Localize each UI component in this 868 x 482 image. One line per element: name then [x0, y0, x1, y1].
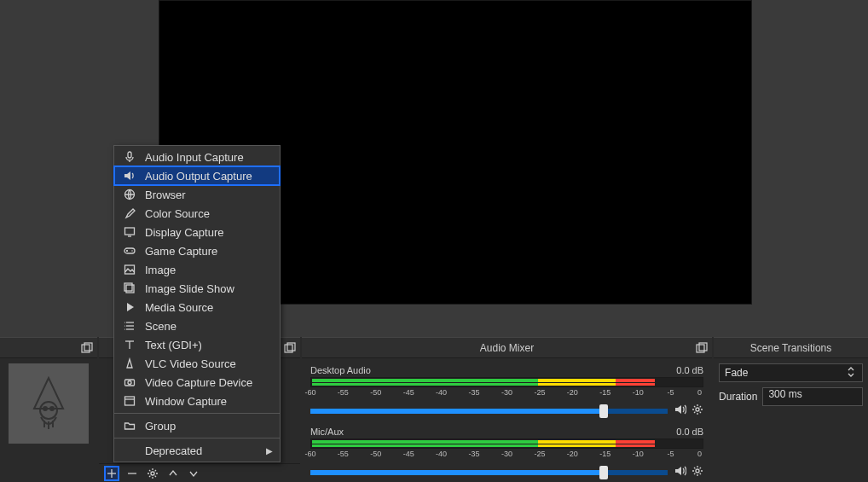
duration-label: Duration	[719, 391, 757, 403]
volume-slider[interactable]	[310, 470, 668, 475]
menu-item-deprecated[interactable]: Deprecated ▶	[114, 441, 280, 460]
svg-rect-15	[699, 343, 707, 351]
chevron-right-icon: ▶	[266, 446, 273, 456]
mixer-title: Audio Mixer	[480, 342, 534, 354]
remove-source-button[interactable]	[124, 466, 140, 481]
menu-item-media-source[interactable]: Media Source	[114, 298, 280, 316]
updown-icon	[845, 366, 857, 380]
menu-item-label: Image Slide Show	[145, 282, 234, 295]
svg-point-19	[696, 469, 699, 473]
db-scale: -60 -55 -50 -45 -40 -35 -30 -25 -20 -15 …	[310, 388, 703, 400]
gamepad-icon	[123, 245, 136, 257]
menu-separator	[114, 438, 280, 438]
popout-icon[interactable]	[695, 341, 709, 355]
level-meter	[310, 438, 703, 449]
svg-marker-41	[127, 359, 132, 368]
cone-icon	[123, 357, 136, 369]
menu-item-label: Media Source	[145, 301, 213, 314]
move-down-button[interactable]	[186, 466, 201, 481]
svg-rect-9	[287, 343, 295, 351]
menu-item-label: Text (GDI+)	[145, 339, 202, 351]
menu-item-label: Game Capture	[145, 245, 217, 258]
menu-item-label: VLC Video Source	[145, 357, 236, 370]
channel-level: 0.0 dB	[676, 365, 703, 375]
menu-item-text-gdi[interactable]: Text (GDI+)	[114, 335, 280, 354]
menu-item-video-capture[interactable]: Video Capture Device	[114, 373, 280, 392]
microphone-icon	[123, 151, 136, 163]
svg-marker-32	[127, 303, 134, 311]
menu-item-label: Video Capture Device	[145, 376, 252, 389]
menu-item-label: Window Capture	[145, 395, 227, 408]
monitor-icon	[123, 226, 136, 238]
menu-item-audio-input[interactable]: Audio Input Capture	[114, 148, 280, 166]
menu-item-color-source[interactable]: Color Source	[114, 204, 280, 223]
svg-rect-29	[125, 265, 135, 274]
menu-item-browser[interactable]: Browser	[114, 185, 280, 204]
svg-marker-21	[124, 171, 130, 180]
add-source-menu: Audio Input Capture Audio Output Capture…	[113, 145, 281, 462]
source-settings-button[interactable]	[145, 466, 160, 481]
svg-point-2	[40, 402, 57, 419]
add-source-button[interactable]	[104, 466, 119, 481]
menu-item-label: Display Capture	[145, 226, 224, 239]
level-meter	[310, 377, 703, 387]
menu-item-label: Browser	[145, 189, 186, 201]
scenes-header	[0, 338, 97, 358]
list-icon	[123, 320, 136, 332]
svg-rect-23	[125, 228, 135, 235]
menu-item-label: Group	[145, 420, 176, 433]
scene-thumbnail[interactable]	[9, 363, 89, 444]
menu-item-image-slideshow[interactable]: Image Slide Show	[114, 279, 280, 298]
menu-item-group[interactable]: Group	[114, 416, 280, 435]
popout-icon[interactable]	[80, 341, 94, 355]
image-icon	[123, 264, 136, 276]
speaker-icon	[123, 170, 136, 182]
audio-mixer-dock: Audio Mixer Desktop Audio 0.0 dB -60 -55…	[302, 337, 712, 482]
channel-name: Mic/Aux	[310, 427, 344, 437]
channel-name: Desktop Audio	[310, 365, 371, 375]
brush-icon	[123, 207, 136, 219]
mixer-channel-mic: Mic/Aux 0.0 dB -60 -55 -50 -45 -40 -35 -…	[310, 427, 703, 479]
menu-item-label: Audio Input Capture	[145, 151, 244, 164]
db-scale: -60 -55 -50 -45 -40 -35 -30 -25 -20 -15 …	[310, 450, 703, 462]
move-up-button[interactable]	[165, 466, 181, 481]
menu-item-display-capture[interactable]: Display Capture	[114, 223, 280, 241]
play-icon	[123, 301, 136, 313]
menu-item-window-capture[interactable]: Window Capture	[114, 392, 280, 410]
volume-slider[interactable]	[310, 409, 668, 414]
sources-toolbar	[99, 463, 300, 482]
transition-select[interactable]: Fade	[719, 363, 863, 382]
svg-rect-8	[285, 345, 292, 352]
gear-icon[interactable]	[692, 404, 703, 418]
menu-item-image[interactable]: Image	[114, 260, 280, 279]
duration-input[interactable]: 300 ms	[762, 387, 863, 406]
svg-point-36	[124, 322, 125, 322]
mixer-header: Audio Mixer	[302, 338, 712, 358]
speaker-icon[interactable]	[674, 465, 686, 479]
popout-icon[interactable]	[283, 341, 297, 355]
transitions-header: Scene Transitions	[714, 338, 868, 358]
menu-item-label: Deprecated	[145, 444, 202, 457]
menu-item-label: Color Source	[145, 207, 210, 220]
transitions-title: Scene Transitions	[750, 342, 831, 354]
svg-point-13	[151, 472, 154, 475]
svg-rect-25	[124, 248, 135, 253]
svg-point-43	[128, 381, 131, 385]
gear-icon[interactable]	[692, 465, 703, 479]
speaker-icon[interactable]	[674, 404, 686, 418]
svg-rect-0	[82, 345, 90, 352]
menu-item-scene[interactable]: Scene	[114, 316, 280, 335]
menu-item-vlc-source[interactable]: VLC Video Source	[114, 354, 280, 373]
menu-item-game-capture[interactable]: Game Capture	[114, 241, 280, 260]
camera-icon	[123, 376, 136, 388]
svg-point-28	[131, 250, 133, 252]
menu-item-label: Image	[145, 264, 176, 276]
menu-item-label: Audio Output Capture	[145, 170, 252, 183]
menu-item-audio-output[interactable]: Audio Output Capture	[114, 166, 280, 185]
svg-rect-44	[125, 397, 135, 405]
slideshow-icon	[123, 282, 136, 294]
svg-point-37	[124, 325, 125, 326]
mixer-channel-desktop: Desktop Audio 0.0 dB -60 -55 -50 -45 -40…	[310, 365, 703, 418]
menu-separator	[114, 413, 280, 414]
scenes-dock	[0, 337, 97, 482]
